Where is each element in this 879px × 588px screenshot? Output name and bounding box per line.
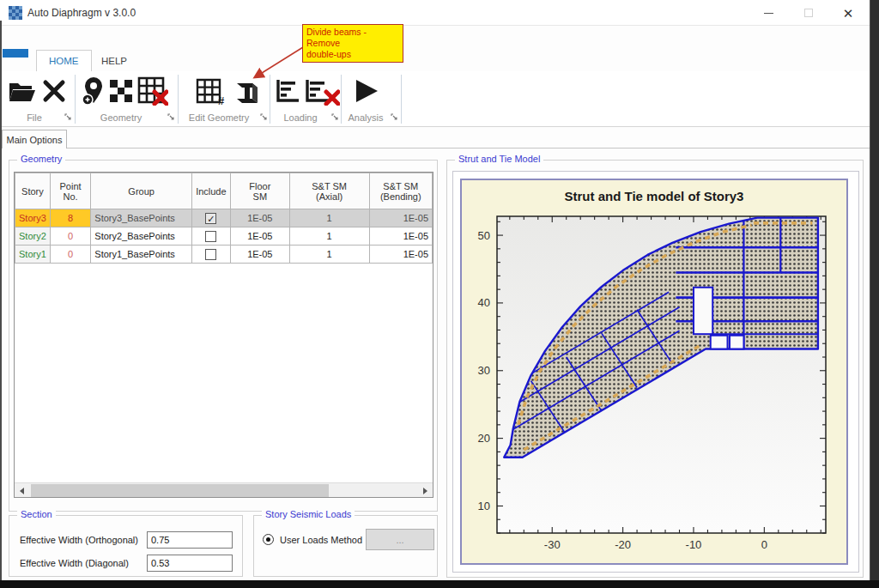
window-left-border bbox=[0, 21, 2, 580]
group-label-file: File bbox=[4, 111, 64, 124]
include-checkbox[interactable] bbox=[205, 249, 216, 260]
floor-sm-cell[interactable]: 1E-05 bbox=[230, 227, 289, 246]
svg-text:50: 50 bbox=[478, 229, 490, 242]
taskbar-edge bbox=[0, 580, 879, 588]
point-no-cell[interactable]: 0 bbox=[50, 246, 91, 264]
column-header-group[interactable]: Group bbox=[91, 173, 192, 209]
svg-text:-10: -10 bbox=[686, 538, 702, 551]
delete-loading-icon[interactable] bbox=[304, 78, 340, 106]
scroll-right-icon bbox=[423, 488, 427, 494]
geometry-dialog-launcher-icon[interactable] bbox=[167, 113, 175, 121]
window-title: Auto Diaphragm v 3.0.0 bbox=[27, 7, 136, 19]
include-cell[interactable] bbox=[191, 246, 230, 264]
column-header-s-t-sm[interactable]: S&T SM (Bending) bbox=[369, 173, 433, 209]
backstage-accent-bar[interactable] bbox=[3, 49, 28, 58]
radio-dot-icon bbox=[266, 537, 270, 542]
story-cell[interactable]: Story3 bbox=[15, 209, 51, 227]
background-window-strip bbox=[870, 0, 879, 588]
group-cell[interactable]: Story2_BasePoints bbox=[91, 227, 192, 246]
title-bar: Auto Diaphragm v 3.0.0 ✕ bbox=[0, 0, 879, 26]
close-button[interactable]: ✕ bbox=[831, 0, 865, 26]
tab-main-options[interactable]: Main Options bbox=[2, 130, 67, 149]
column-header-s-t-sm[interactable]: S&T SM (Axial) bbox=[289, 173, 369, 209]
st-sm-axial-cell[interactable]: 1 bbox=[289, 227, 369, 246]
edit-geometry-dialog-launcher-icon[interactable] bbox=[260, 113, 268, 121]
include-cell[interactable]: ✓ bbox=[191, 209, 230, 227]
column-header-story[interactable]: Story bbox=[15, 173, 51, 209]
column-header-floor[interactable]: Floor SM bbox=[230, 173, 289, 209]
story-cell[interactable]: Story2 bbox=[15, 227, 51, 246]
effective-width-diagonal-input[interactable] bbox=[147, 555, 233, 572]
mesh-icon[interactable] bbox=[108, 78, 134, 104]
st-sm-axial-cell[interactable]: 1 bbox=[289, 209, 369, 227]
grid-numbering-icon[interactable]: # bbox=[196, 78, 227, 106]
close-file-icon[interactable] bbox=[41, 78, 67, 104]
include-checkbox[interactable] bbox=[205, 231, 216, 242]
analysis-dialog-launcher-icon[interactable] bbox=[391, 113, 398, 121]
group-cell[interactable]: Story1_BasePoints bbox=[91, 246, 192, 264]
column-header-point[interactable]: Point No. bbox=[50, 173, 91, 209]
seismic-loads-groupbox: Story Seismic Loads User Loads Method ..… bbox=[253, 515, 438, 577]
story-cell[interactable]: Story1 bbox=[15, 246, 51, 264]
group-separator bbox=[401, 75, 402, 124]
geometry-groupbox-title: Geometry bbox=[17, 154, 65, 164]
floor-sm-cell[interactable]: 1E-05 bbox=[230, 209, 289, 227]
geometry-table-panel: StoryPoint No.GroupIncludeFloor SMS&T SM… bbox=[14, 172, 433, 498]
maximize-icon bbox=[804, 9, 813, 17]
user-loads-method-radio[interactable] bbox=[263, 534, 274, 545]
group-label-edit-geometry: Edit Geometry bbox=[178, 111, 260, 124]
svg-text:10: 10 bbox=[478, 500, 490, 512]
st-sm-bending-cell[interactable]: 1E-05 bbox=[369, 227, 433, 246]
add-points-icon[interactable] bbox=[82, 76, 106, 106]
st-sm-bending-cell[interactable]: 1E-05 bbox=[369, 209, 433, 227]
user-loads-method-label: User Loads Method bbox=[280, 535, 362, 545]
callout-line1: Divide beams - Remove bbox=[306, 27, 399, 49]
include-checkbox[interactable]: ✓ bbox=[205, 213, 216, 224]
run-analysis-icon[interactable] bbox=[352, 77, 381, 105]
chart-outer-panel: Strut and Tie model of Story3 -30-20-100… bbox=[452, 171, 859, 573]
effective-width-orthogonal-input[interactable] bbox=[147, 531, 233, 549]
floor-sm-cell[interactable]: 1E-05 bbox=[230, 246, 289, 264]
scroll-right-button[interactable] bbox=[418, 483, 433, 498]
st-sm-axial-cell[interactable]: 1 bbox=[289, 246, 369, 264]
svg-text:40: 40 bbox=[478, 296, 490, 309]
open-file-icon[interactable] bbox=[7, 78, 38, 106]
app-window: Auto Diaphragm v 3.0.0 ✕ HOME HELP bbox=[0, 0, 879, 588]
effective-width-diagonal-label: Effective Width (Diagonal) bbox=[20, 558, 129, 568]
section-groupbox-title: Section bbox=[17, 509, 56, 519]
scroll-left-button[interactable] bbox=[15, 483, 29, 498]
tab-help[interactable]: HELP bbox=[89, 50, 139, 71]
svg-text:#: # bbox=[218, 94, 225, 106]
strut-tie-plot: -30-20-1001020304050 bbox=[462, 180, 850, 567]
divide-beams-icon[interactable] bbox=[230, 75, 264, 109]
ribbon: # File Geometry Edit Geomet bbox=[2, 71, 870, 127]
svg-text:20: 20 bbox=[478, 432, 490, 445]
loading-dialog-launcher-icon[interactable] bbox=[331, 113, 339, 121]
group-cell[interactable]: Story3_BasePoints bbox=[91, 209, 192, 227]
geometry-table: StoryPoint No.GroupIncludeFloor SMS&T SM… bbox=[15, 173, 433, 264]
table-row: Story20Story2_BasePoints1E-0511E-05 bbox=[15, 227, 433, 246]
close-icon: ✕ bbox=[843, 7, 854, 20]
effective-width-orthogonal-label: Effective Width (Orthogonal) bbox=[20, 535, 138, 545]
maximize-button[interactable] bbox=[791, 0, 826, 26]
st-sm-bending-cell[interactable]: 1E-05 bbox=[369, 246, 433, 264]
scroll-left-icon bbox=[20, 488, 24, 494]
loading-chart-icon[interactable] bbox=[275, 78, 302, 104]
svg-text:-20: -20 bbox=[615, 538, 631, 551]
point-no-cell[interactable]: 8 bbox=[50, 209, 91, 227]
file-dialog-launcher-icon[interactable] bbox=[64, 113, 72, 121]
minimize-button[interactable] bbox=[751, 0, 785, 26]
table-row: Story38Story3_BasePoints✓1E-0511E-05 bbox=[15, 209, 433, 227]
seismic-groupbox-title: Story Seismic Loads bbox=[262, 509, 355, 519]
point-no-cell[interactable]: 0 bbox=[50, 227, 91, 246]
scrollbar-thumb[interactable] bbox=[31, 484, 329, 497]
tab-home[interactable]: HOME bbox=[36, 50, 92, 71]
horizontal-scrollbar[interactable] bbox=[15, 482, 433, 497]
delete-grid-icon[interactable] bbox=[137, 76, 168, 106]
tab-strip-line bbox=[2, 148, 870, 149]
browse-loads-button[interactable]: ... bbox=[366, 529, 434, 550]
table-row: Story10Story1_BasePoints1E-0511E-05 bbox=[15, 246, 433, 264]
column-header-include[interactable]: Include bbox=[191, 173, 230, 209]
include-cell[interactable] bbox=[191, 227, 230, 246]
minimize-icon bbox=[764, 13, 773, 14]
